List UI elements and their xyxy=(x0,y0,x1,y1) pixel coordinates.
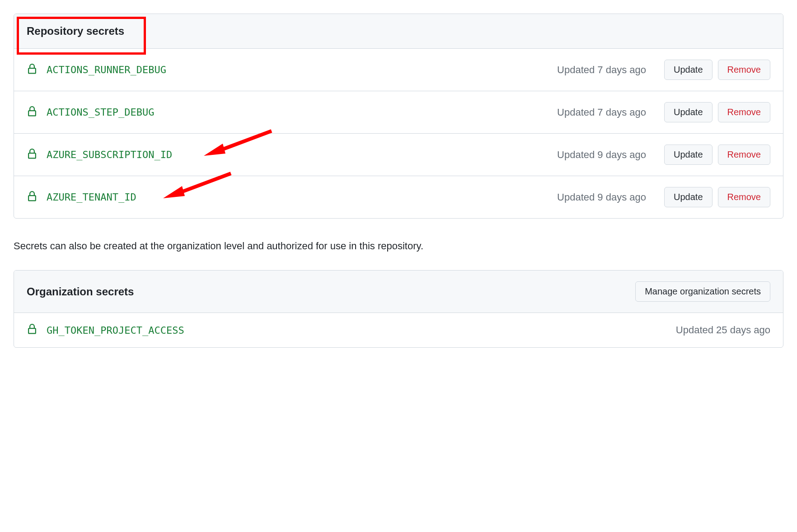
secret-actions: Update Remove xyxy=(664,187,770,207)
secret-row: GH_TOKEN_PROJECT_ACCESS Updated 25 days … xyxy=(14,313,783,347)
repository-secrets-header: Repository secrets xyxy=(14,14,783,49)
secret-row: ACTIONS_STEP_DEBUG Updated 7 days ago Up… xyxy=(14,91,783,134)
remove-button[interactable]: Remove xyxy=(718,187,770,207)
secret-name-link[interactable]: ACTIONS_RUNNER_DEBUG xyxy=(47,64,166,75)
secret-name-link[interactable]: AZURE_SUBSCRIPTION_ID xyxy=(47,149,172,160)
organization-secrets-title: Organization secrets xyxy=(27,285,134,298)
remove-button[interactable]: Remove xyxy=(718,60,770,80)
lock-icon xyxy=(27,106,38,119)
repository-secrets-panel: Repository secrets ACTIONS_RUNNER_DEBUG … xyxy=(14,14,783,219)
org-secrets-description: Secrets can also be created at the organ… xyxy=(14,240,783,252)
update-button[interactable]: Update xyxy=(664,187,713,207)
remove-button[interactable]: Remove xyxy=(718,102,770,122)
secret-updated-text: Updated 7 days ago xyxy=(557,64,646,76)
secret-row: AZURE_TENANT_ID Updated 9 days ago Updat… xyxy=(14,176,783,218)
secret-name-link[interactable]: ACTIONS_STEP_DEBUG xyxy=(47,107,154,118)
secret-name-link[interactable]: AZURE_TENANT_ID xyxy=(47,191,136,203)
secret-row: AZURE_SUBSCRIPTION_ID Updated 9 days ago… xyxy=(14,134,783,176)
remove-button[interactable]: Remove xyxy=(718,145,770,165)
secret-actions: Update Remove xyxy=(664,145,770,165)
svg-marker-1 xyxy=(204,144,225,156)
update-button[interactable]: Update xyxy=(664,145,713,165)
secret-updated-text: Updated 9 days ago xyxy=(557,191,646,203)
lock-icon xyxy=(27,191,38,204)
lock-icon xyxy=(27,324,38,336)
secret-actions: Update Remove xyxy=(664,102,770,122)
secret-row: ACTIONS_RUNNER_DEBUG Updated 7 days ago … xyxy=(14,49,783,91)
lock-icon xyxy=(27,64,38,76)
svg-marker-3 xyxy=(163,186,185,198)
manage-organization-secrets-button[interactable]: Manage organization secrets xyxy=(635,281,770,302)
svg-line-2 xyxy=(177,173,231,194)
organization-secrets-panel: Organization secrets Manage organization… xyxy=(14,270,783,348)
secret-name-link[interactable]: GH_TOKEN_PROJECT_ACCESS xyxy=(47,325,184,336)
organization-secrets-header: Organization secrets Manage organization… xyxy=(14,271,783,313)
secret-actions: Update Remove xyxy=(664,60,770,80)
update-button[interactable]: Update xyxy=(664,102,713,122)
secret-updated-text: Updated 9 days ago xyxy=(557,149,646,161)
repository-secrets-title: Repository secrets xyxy=(27,25,124,37)
update-button[interactable]: Update xyxy=(664,60,713,80)
secret-updated-text: Updated 7 days ago xyxy=(557,107,646,118)
lock-icon xyxy=(27,149,38,161)
secret-updated-text: Updated 25 days ago xyxy=(676,324,770,336)
svg-line-0 xyxy=(217,131,272,151)
